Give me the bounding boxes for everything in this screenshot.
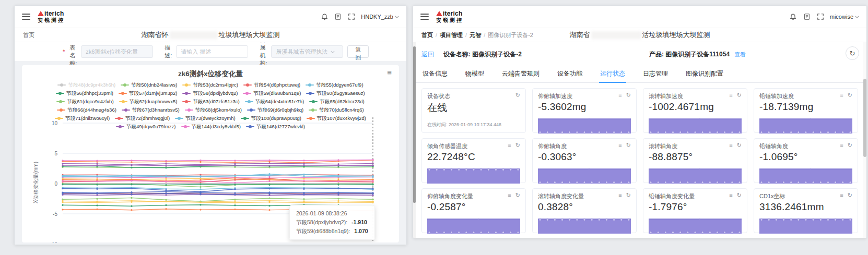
data-point[interactable] [200, 201, 201, 203]
view-product-link[interactable]: 查看 [734, 51, 745, 57]
data-point[interactable] [337, 159, 339, 161]
data-point[interactable] [234, 188, 236, 190]
data-point[interactable] [303, 164, 304, 166]
data-point[interactable] [372, 176, 373, 178]
card-refresh-icon[interactable]: ↻ [626, 92, 631, 98]
data-point[interactable] [268, 193, 270, 195]
data-point[interactable] [96, 204, 98, 206]
data-point[interactable] [165, 194, 167, 196]
hamburger-menu-icon[interactable] [22, 14, 30, 20]
data-point[interactable] [165, 160, 167, 162]
card-menu-icon[interactable]: ≡ [729, 142, 732, 148]
data-point[interactable] [200, 204, 201, 205]
legend-item[interactable]: 节段144(d3cdy8vkbf5) [181, 123, 241, 130]
data-point[interactable] [62, 180, 63, 181]
data-point[interactable] [372, 199, 373, 200]
data-point[interactable] [96, 160, 98, 162]
card-refresh-icon[interactable]: ↻ [515, 92, 520, 98]
card-refresh-icon[interactable]: ↻ [626, 192, 631, 198]
data-point[interactable] [234, 184, 236, 185]
data-point[interactable] [62, 160, 63, 161]
legend-item[interactable]: 节段146(d2727wlcvkl) [246, 123, 305, 130]
hamburger-menu-icon[interactable] [420, 14, 429, 20]
data-point[interactable] [303, 202, 304, 203]
card-refresh-icon[interactable]: ↻ [848, 192, 852, 198]
data-point[interactable] [165, 165, 167, 166]
data-point[interactable] [372, 163, 373, 164]
data-point[interactable] [62, 199, 63, 200]
mini-area-chart[interactable] [649, 216, 742, 234]
legend-item[interactable]: 节段71(dnilzwo60yl) [55, 115, 110, 122]
tab-运行状态[interactable]: 运行状态 [599, 66, 626, 82]
legend-item[interactable]: 节段70(du5flcn4rq6) [309, 106, 364, 113]
document-icon[interactable] [334, 13, 342, 21]
data-point[interactable] [234, 164, 236, 166]
data-point[interactable] [234, 160, 236, 161]
bell-icon[interactable] [320, 13, 329, 21]
data-point[interactable] [165, 167, 167, 168]
data-point[interactable] [131, 197, 132, 199]
data-point[interactable] [96, 193, 98, 195]
refresh-page-button[interactable]: ↻ [846, 46, 859, 60]
data-point[interactable] [337, 184, 339, 185]
data-point[interactable] [96, 175, 98, 177]
legend-item[interactable]: 节段72(dhmh9qgj0l) [115, 115, 170, 122]
data-point[interactable] [131, 176, 132, 178]
data-point[interactable] [268, 161, 270, 163]
card-refresh-icon[interactable]: ↻ [737, 142, 742, 148]
legend-item[interactable]: 节段54(d6phpctuwej) [243, 81, 300, 88]
legend-item[interactable]: 节段53(dc2ms4lpjrc) [182, 81, 238, 88]
breadcrumb-home[interactable]: 首页 [23, 31, 34, 39]
user-menu[interactable]: HNDKY_zzb [361, 14, 399, 20]
legend-item[interactable]: 节段67(d3hnanrbsv5) [122, 106, 180, 113]
data-point[interactable] [131, 166, 132, 168]
data-point[interactable] [303, 174, 304, 175]
data-point[interactable] [165, 204, 167, 206]
data-point[interactable] [268, 163, 270, 164]
breadcrumb-home[interactable]: 首页 [421, 31, 433, 39]
legend-item[interactable]: 节段62(duaphrvwvx5) [119, 98, 178, 105]
chart-line[interactable] [63, 201, 373, 202]
data-point[interactable] [234, 202, 236, 203]
data-point[interactable] [62, 164, 63, 166]
scrollbar-thumb[interactable] [863, 79, 866, 157]
data-point[interactable] [303, 175, 304, 177]
chart-line[interactable] [63, 177, 373, 178]
user-menu[interactable]: micowise [830, 14, 859, 20]
data-point[interactable] [303, 184, 304, 185]
data-point[interactable] [200, 193, 201, 195]
data-point[interactable] [337, 176, 339, 177]
data-point[interactable] [165, 176, 167, 177]
data-point[interactable] [268, 188, 270, 189]
data-point[interactable] [268, 160, 270, 161]
tab-图像识别配置[interactable]: 图像识别配置 [685, 66, 724, 82]
fullscreen-icon[interactable] [347, 13, 356, 21]
legend-item[interactable]: 节段50(dnb24lasiws) [121, 81, 177, 88]
data-point[interactable] [303, 160, 304, 161]
chart-line[interactable] [63, 192, 373, 193]
description-input[interactable]: 请输入 描述 [176, 45, 248, 58]
data-point[interactable] [234, 199, 236, 200]
bell-icon[interactable] [789, 13, 797, 21]
data-point[interactable] [200, 160, 201, 161]
data-point[interactable] [165, 191, 167, 192]
data-point[interactable] [303, 163, 304, 164]
data-point[interactable] [200, 161, 201, 163]
data-point[interactable] [268, 205, 270, 207]
organization-select[interactable]: 辰溪县城市管理执法 [271, 45, 343, 58]
back-link[interactable]: 返回 [421, 50, 434, 59]
card-menu-icon[interactable]: ≡ [840, 142, 843, 148]
data-point[interactable] [268, 195, 270, 196]
data-point[interactable] [372, 159, 373, 161]
chart-line[interactable] [63, 195, 373, 196]
data-point[interactable] [62, 176, 63, 177]
data-point[interactable] [337, 198, 339, 199]
legend-item[interactable]: 节段60(d5gya5aes6z) [306, 90, 365, 96]
mini-area-chart[interactable] [538, 116, 631, 133]
data-point[interactable] [131, 193, 132, 195]
data-point[interactable] [200, 184, 201, 185]
data-point[interactable] [268, 209, 270, 211]
legend-item[interactable]: 节段56(dhhpcj33pml) [56, 90, 113, 96]
data-point[interactable] [62, 193, 63, 195]
tab-云端告警规则[interactable]: 云端告警规则 [501, 66, 541, 82]
